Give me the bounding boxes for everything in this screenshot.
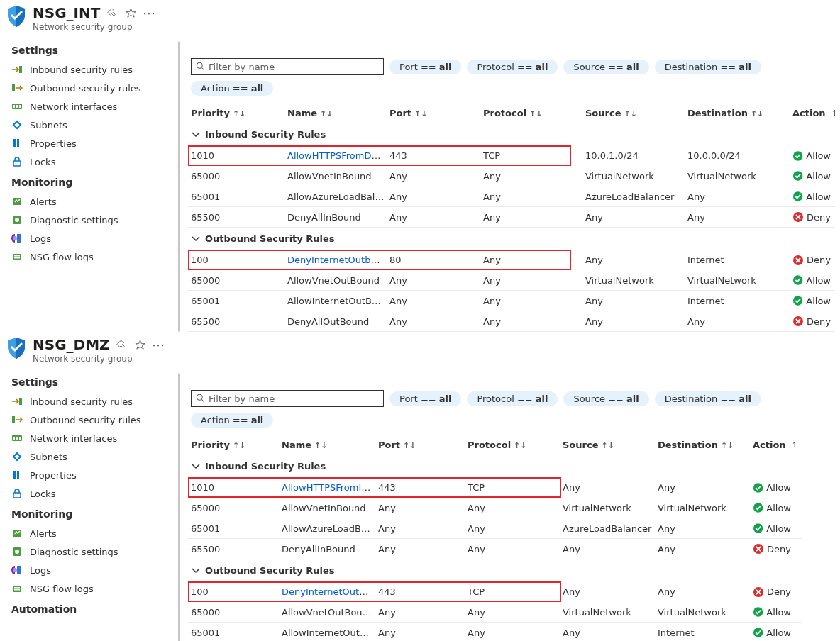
sidebar-item-alerts[interactable]: Alerts [0, 524, 179, 542]
filter-chip-source[interactable]: Source == all [563, 391, 648, 406]
rule-row[interactable]: 100 DenyInternetOutbound 443 TCP Any Any… [188, 581, 802, 602]
sidebar-item-locks[interactable]: Locks [0, 152, 179, 171]
sidebar-item-properties[interactable]: Properties [0, 134, 179, 152]
col-source[interactable]: Source↑↓ [563, 440, 658, 450]
sidebar-section-settings: Settings [0, 371, 179, 392]
cell-source: VirtualNetwork [563, 607, 658, 618]
rule-row[interactable]: 65001 AllowAzureLoadBalan… Any Any Azure… [188, 518, 802, 539]
col-protocol[interactable]: Protocol↑↓ [468, 440, 563, 450]
sidebar-item-logs[interactable]: Logs [0, 229, 179, 247]
rule-row[interactable]: 1010 AllowHTTPSFromDMZ 443 TCP 10.0.1.0/… [188, 145, 835, 166]
rule-name: AllowAzureLoadBalance… [287, 191, 389, 202]
rule-row[interactable]: 65000 AllowVnetInBound Any Any VirtualNe… [188, 498, 802, 518]
col-destination[interactable]: Destination↑↓ [658, 440, 753, 450]
nic-icon [11, 433, 23, 444]
filter-chip-protocol[interactable]: Protocol == all [467, 60, 558, 74]
more-icon[interactable]: ⋯ [153, 338, 165, 351]
search-input[interactable]: Filter by name [191, 390, 384, 407]
sidebar-item-inbound[interactable]: Inbound security rules [0, 60, 179, 79]
rule-row[interactable]: 65001 AllowAzureLoadBalance… Any Any Azu… [188, 186, 835, 207]
col-action[interactable]: Action↑↓ [792, 108, 835, 118]
cell-priority: 65000 [191, 275, 287, 286]
col-name[interactable]: Name↑↓ [287, 108, 389, 118]
filter-chip-protocol[interactable]: Protocol == all [467, 391, 558, 406]
sidebar-item-properties[interactable]: Properties [0, 466, 179, 484]
rule-row[interactable]: 65500 DenyAllOutBound Any Any Any Any De… [188, 311, 835, 332]
rule-name-link[interactable]: AllowHTTPSFromInter… [282, 482, 378, 493]
sidebar-item-diag[interactable]: Diagnostic settings [0, 211, 179, 229]
sidebar-item-label: Alerts [30, 196, 57, 207]
col-protocol[interactable]: Protocol↑↓ [483, 108, 585, 118]
cell-destination: Internet [687, 255, 792, 265]
sidebar-item-logs[interactable]: Logs [0, 561, 179, 579]
col-destination[interactable]: Destination↑↓ [687, 108, 792, 118]
col-source[interactable]: Source↑↓ [585, 108, 687, 118]
cell-port: 443 [389, 150, 483, 161]
filter-chip-port[interactable]: Port == all [389, 391, 461, 406]
sidebar-item-nic[interactable]: Network interfaces [0, 97, 179, 116]
rule-row[interactable]: 100 DenyInternetOutbound 80 Any Any Inte… [188, 250, 835, 270]
star-icon[interactable] [134, 338, 147, 351]
sidebar-item-nic[interactable]: Network interfaces [0, 429, 179, 447]
sidebar-item-outbound[interactable]: Outbound security rules [0, 79, 179, 97]
rules-section-header[interactable]: Outbound Security Rules [188, 559, 802, 581]
filter-chip-source[interactable]: Source == all [563, 60, 648, 74]
cell-priority: 65001 [191, 628, 282, 638]
rule-row[interactable]: 1010 AllowHTTPSFromInter… 443 TCP Any An… [188, 477, 802, 498]
rule-name-link[interactable]: DenyInternetOutbound [282, 586, 378, 597]
rule-row[interactable]: 65000 AllowVnetOutBound Any Any VirtualN… [188, 602, 802, 623]
chevron-down-icon [191, 566, 201, 576]
sidebar-item-subnets[interactable]: Subnets [0, 116, 179, 134]
filter-chip-destination[interactable]: Destination == all [655, 391, 761, 406]
rule-row[interactable]: 65500 DenyAllInBound Any Any Any Any Den… [188, 207, 835, 228]
rule-name: AllowAzureLoadBalan… [282, 523, 378, 534]
cell-source: VirtualNetwork [563, 503, 658, 513]
search-input[interactable]: Filter by name [191, 58, 384, 75]
sidebar-item-outbound[interactable]: Outbound security rules [0, 411, 179, 429]
sidebar-item-label: Logs [30, 233, 51, 244]
nsg-blade: NSG_INT ⋯ Network security group Setting… [0, 0, 840, 332]
filter-chip-action[interactable]: Action == all [191, 81, 273, 96]
col-priority[interactable]: Priority↑↓ [191, 108, 287, 118]
sidebar-item-flow[interactable]: NSG flow logs [0, 579, 179, 598]
sidebar-item-inbound[interactable]: Inbound security rules [0, 392, 179, 411]
cell-source: VirtualNetwork [585, 171, 687, 182]
col-name[interactable]: Name↑↓ [282, 440, 378, 450]
cell-name: AllowVnetOutBound [287, 275, 389, 286]
properties-icon [11, 138, 23, 149]
rules-table: Priority↑↓Name↑↓Port↑↓Protocol↑↓Source↑↓… [188, 435, 802, 641]
col-port[interactable]: Port↑↓ [378, 440, 468, 450]
filter-chip-destination[interactable]: Destination == all [655, 60, 761, 74]
sidebar-item-label: Properties [30, 138, 77, 149]
pin-icon[interactable] [116, 338, 128, 351]
rule-row[interactable]: 65000 AllowVnetOutBound Any Any VirtualN… [188, 270, 835, 291]
col-port[interactable]: Port↑↓ [389, 108, 483, 118]
rule-name-link[interactable]: AllowHTTPSFromDMZ [287, 150, 386, 161]
rule-row[interactable]: 65000 AllowVnetInBound Any Any VirtualNe… [188, 166, 835, 186]
rule-row[interactable]: 65001 AllowInternetOutBound Any Any Any … [188, 291, 835, 311]
rule-row[interactable]: 65500 DenyAllInBound Any Any Any Any Den… [188, 539, 802, 559]
col-priority[interactable]: Priority↑↓ [191, 440, 282, 450]
cell-port: Any [378, 503, 468, 513]
sidebar-item-diag[interactable]: Diagnostic settings [0, 542, 179, 561]
filter-chip-port[interactable]: Port == all [389, 60, 461, 74]
sidebar-item-flow[interactable]: NSG flow logs [0, 247, 179, 266]
rule-row[interactable]: 65001 AllowInternetOutBound Any Any Any … [188, 623, 802, 641]
filter-chip-action[interactable]: Action == all [191, 413, 273, 428]
rules-section-header[interactable]: Inbound Security Rules [188, 455, 802, 477]
cell-name: AllowAzureLoadBalan… [282, 523, 378, 534]
rules-section-header[interactable]: Inbound Security Rules [188, 123, 835, 145]
sidebar-item-label: Locks [30, 489, 55, 499]
more-icon[interactable]: ⋯ [143, 6, 155, 19]
rule-name-link[interactable]: DenyInternetOutbound [287, 255, 389, 265]
sidebar-item-subnets[interactable]: Subnets [0, 447, 179, 466]
cell-source: Any [585, 212, 687, 223]
col-action[interactable]: Action↑↓ [753, 440, 795, 450]
sidebar-section-automation: Automation [0, 598, 179, 619]
cell-protocol: Any [483, 316, 585, 327]
rules-section-header[interactable]: Outbound Security Rules [188, 228, 835, 250]
star-icon[interactable] [124, 6, 137, 19]
pin-icon[interactable] [106, 6, 118, 19]
sidebar-item-locks[interactable]: Locks [0, 484, 179, 503]
sidebar-item-alerts[interactable]: Alerts [0, 192, 179, 211]
